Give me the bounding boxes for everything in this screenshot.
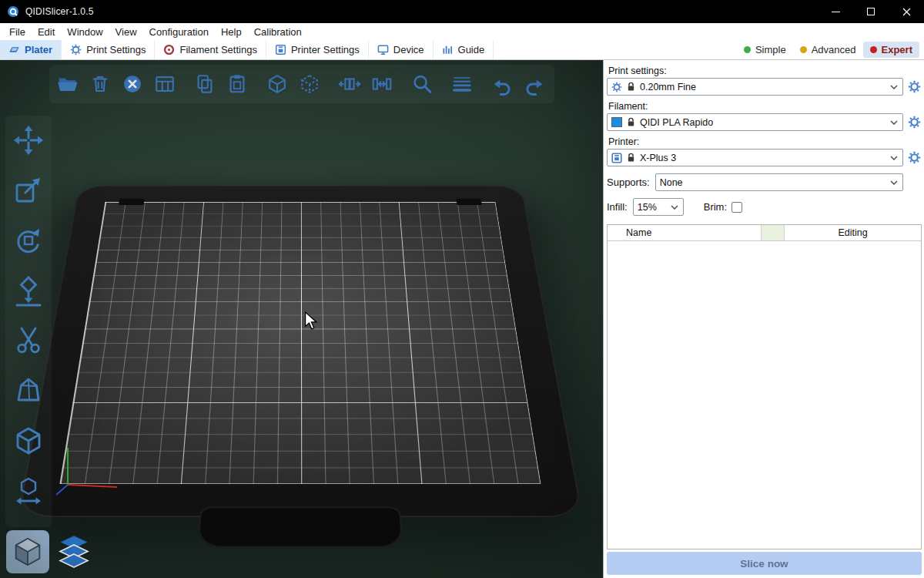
printer-icon: [611, 153, 622, 163]
arrange-icon: [153, 72, 176, 96]
menu-item-help[interactable]: Help: [215, 25, 248, 39]
minimize-button[interactable]: [818, 0, 853, 23]
toolbar-undo-button[interactable]: [490, 72, 514, 96]
delete-all-icon: [121, 72, 144, 96]
toolbar-delete-button[interactable]: [88, 72, 112, 96]
gear-icon: [908, 80, 921, 93]
advanced-mode-dot-icon: [800, 46, 807, 53]
gizmo-rotate-button[interactable]: [12, 223, 45, 257]
tab-plater[interactable]: Plater: [0, 40, 62, 59]
toolbar-search-button[interactable]: [410, 72, 434, 96]
cube-icon: [12, 424, 45, 458]
filament-combo[interactable]: QIDI PLA Rapido: [607, 113, 903, 131]
toolbar-split-objects-button[interactable]: [337, 72, 362, 96]
gear-icon: [611, 82, 622, 92]
move-icon: [12, 123, 45, 157]
column-header-extruder: [762, 225, 785, 240]
sidebar: Print settings: 0.20mm Fine: [603, 60, 924, 578]
print-settings-gear-button[interactable]: [907, 79, 922, 95]
gizmo-measure-button[interactable]: [12, 474, 45, 508]
tab-filament-settings[interactable]: Filament Settings: [155, 40, 266, 59]
gizmo-move-button[interactable]: [12, 123, 45, 157]
toolbar-redo-button[interactable]: [522, 72, 547, 96]
menu-item-file[interactable]: File: [3, 25, 32, 39]
lock-icon: [627, 82, 635, 92]
chevron-down-icon: [671, 205, 678, 210]
printer-value: X-Plus 3: [640, 153, 886, 163]
chevron-down-icon: [890, 85, 898, 89]
simple-mode-dot-icon: [744, 46, 751, 53]
tab-device[interactable]: Device: [369, 40, 434, 59]
tab-label: Printer Settings: [291, 44, 360, 55]
toolbar-delete-all-button[interactable]: [120, 72, 145, 96]
supports-label: Supports:: [607, 176, 650, 188]
toolbar-split-parts-button[interactable]: [370, 72, 394, 96]
tab-bar: Plater Print Settings Filament Settings …: [0, 40, 924, 60]
toolbar-open-button[interactable]: [55, 72, 80, 96]
tab-printer-settings[interactable]: Printer Settings: [266, 40, 369, 59]
mode-simple[interactable]: Simple: [737, 40, 793, 59]
variable-layer-height-icon: [450, 72, 474, 96]
infill-combo[interactable]: 15%: [633, 198, 684, 216]
menu-item-edit[interactable]: Edit: [32, 25, 61, 39]
printer-icon: [275, 44, 286, 55]
maximize-button[interactable]: [853, 0, 889, 23]
toolbar-remove-instance-button[interactable]: [297, 72, 322, 96]
brim-checkbox[interactable]: [732, 202, 742, 213]
toolbar-copy-button[interactable]: [192, 72, 217, 96]
brim-label: Brim:: [704, 201, 727, 213]
gizmo-place-on-face-button[interactable]: [12, 274, 45, 307]
delete-icon: [89, 72, 112, 96]
gizmo-cube-button[interactable]: [12, 424, 45, 458]
print-bed-grid: [59, 202, 541, 484]
paste-icon: [226, 72, 249, 96]
preview-layers-icon: [55, 533, 92, 570]
print-settings-combo[interactable]: 0.20mm Fine: [607, 78, 903, 96]
column-header-name: Name: [608, 225, 762, 240]
toolbar-paste-button[interactable]: [225, 72, 249, 96]
add-instance-cube-icon: [266, 72, 289, 96]
tab-label: Filament Settings: [179, 44, 256, 55]
gear-icon: [70, 44, 82, 55]
top-toolbar: [55, 72, 547, 96]
gizmo-cut-button[interactable]: [12, 324, 45, 358]
object-list[interactable]: Name Editing: [607, 224, 922, 549]
object-list-body[interactable]: [608, 241, 921, 549]
mode-label: Expert: [882, 44, 912, 55]
copy-icon: [193, 72, 216, 96]
slice-now-button[interactable]: Slice now: [607, 552, 922, 575]
toolbar-variable-layer-height-button[interactable]: [450, 72, 474, 96]
filament-gear-button[interactable]: [907, 115, 922, 130]
chevron-down-icon: [890, 120, 898, 125]
menu-item-configuration[interactable]: Configuration: [143, 25, 215, 39]
printer-combo[interactable]: X-Plus 3: [607, 149, 903, 166]
viewport-3d[interactable]: [0, 60, 603, 578]
measure-icon: [12, 474, 45, 508]
open-folder-icon: [56, 72, 79, 96]
rotate-icon: [12, 223, 45, 257]
toolbar-add-instance-button[interactable]: [265, 72, 290, 96]
view-3d-editor-button[interactable]: [6, 530, 49, 573]
menu-item-view[interactable]: View: [109, 25, 143, 39]
search-icon: [410, 72, 434, 96]
split-parts-icon: [370, 72, 393, 96]
mode-advanced[interactable]: Advanced: [793, 40, 863, 59]
infill-value: 15%: [638, 202, 666, 213]
close-button[interactable]: [889, 0, 924, 23]
printer-gear-button[interactable]: [907, 150, 922, 166]
print-settings-value: 0.20mm Fine: [640, 82, 886, 92]
view-preview-button[interactable]: [52, 530, 95, 573]
mode-expert[interactable]: Expert: [863, 42, 919, 58]
gear-icon: [908, 151, 921, 164]
tab-guide[interactable]: Guide: [434, 40, 494, 59]
plater-icon: [8, 44, 20, 55]
gizmo-paint-button[interactable]: [12, 374, 45, 408]
toolbar-arrange-button[interactable]: [152, 72, 177, 96]
tab-print-settings[interactable]: Print Settings: [62, 40, 155, 59]
menu-item-calibration[interactable]: Calibration: [248, 25, 308, 39]
supports-combo[interactable]: None: [655, 173, 903, 191]
menu-item-window[interactable]: Window: [61, 25, 109, 39]
split-objects-icon: [338, 72, 361, 96]
gizmo-scale-button[interactable]: [12, 173, 45, 207]
monitor-icon: [377, 44, 389, 55]
